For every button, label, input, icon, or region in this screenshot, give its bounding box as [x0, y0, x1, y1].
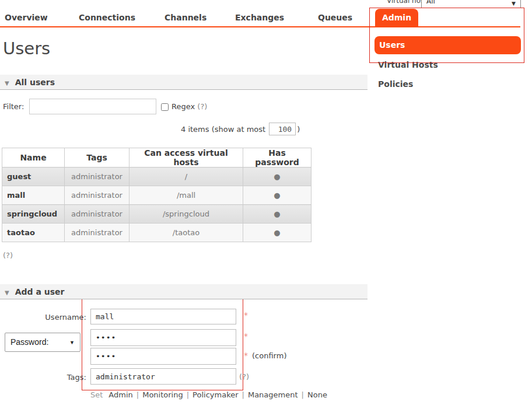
sidebar-item-virtual-hosts[interactable]: Virtual Hosts: [378, 60, 438, 69]
password-type-select[interactable]: Password: ▼: [5, 333, 80, 352]
tag-option-admin[interactable]: Admin: [108, 390, 132, 399]
tag-option-monitoring[interactable]: Monitoring: [142, 390, 183, 399]
user-name-link[interactable]: taotao: [2, 224, 65, 242]
filter-input[interactable]: [29, 99, 156, 114]
regex-label-wrap: Regex (?): [172, 102, 207, 111]
user-tags: administrator: [65, 205, 130, 224]
required-asterisk: *: [244, 331, 248, 341]
users-table: Name Tags Can access virtual hosts Has p…: [2, 148, 312, 242]
tag-shortcut-row: SetAdmin|Monitoring|Policymaker|Manageme…: [90, 390, 327, 399]
user-tags: administrator: [65, 224, 130, 242]
tags-help-link[interactable]: (?): [239, 372, 249, 381]
col-header-name: Name: [2, 148, 65, 167]
username-input[interactable]: [90, 309, 236, 324]
user-tags: administrator: [65, 186, 130, 205]
sidebar-item-users[interactable]: Users: [374, 36, 521, 54]
collapse-triangle-icon: ▼: [5, 80, 9, 86]
separator: |: [187, 390, 189, 399]
regex-checkbox[interactable]: [161, 103, 169, 111]
regex-label: Regex: [172, 102, 195, 111]
items-count-text: 4 items (show at most: [181, 125, 265, 134]
section-title: Add a user: [15, 287, 65, 296]
user-vhosts: /taotao: [130, 224, 243, 242]
table-row: taotao administrator /taotao ●: [2, 224, 312, 242]
set-label: Set: [90, 390, 103, 399]
tag-option-management[interactable]: Management: [248, 390, 298, 399]
section-header-all-users[interactable]: ▼All users: [0, 75, 368, 90]
user-vhosts: /: [130, 167, 243, 186]
items-count-row: 4 items (show at most ): [181, 122, 300, 136]
user-vhosts: /springcloud: [130, 205, 243, 224]
table-row: guest administrator / ●: [2, 167, 312, 186]
has-password-dot: ●: [243, 167, 312, 186]
virtual-host-select[interactable]: All ▼: [421, 0, 521, 8]
password-select-label: Password:: [10, 337, 48, 347]
user-vhosts: /mall: [130, 186, 243, 205]
tab-exchanges[interactable]: Exchanges: [235, 13, 284, 22]
password-confirm-input[interactable]: [90, 348, 236, 365]
required-asterisk: *: [244, 351, 248, 360]
user-tags: administrator: [65, 167, 130, 186]
tag-option-policymaker[interactable]: Policymaker: [192, 390, 238, 399]
tab-overview[interactable]: Overview: [5, 13, 48, 22]
chevron-down-icon: ▼: [69, 333, 75, 352]
section-header-add-user[interactable]: ▼Add a user: [0, 284, 368, 299]
page-title: Users: [3, 39, 50, 58]
col-header-has-password: Has password: [243, 148, 312, 167]
chevron-down-icon: ▼: [512, 0, 516, 10]
has-password-dot: ●: [243, 186, 312, 205]
tags-label: Tags:: [0, 373, 86, 382]
table-row: mall administrator /mall ●: [2, 186, 312, 205]
table-header-row: Name Tags Can access virtual hosts Has p…: [2, 148, 312, 167]
user-name-link[interactable]: mall: [2, 186, 65, 205]
username-label: Username:: [0, 313, 86, 322]
items-count-close: ): [297, 125, 300, 134]
required-asterisk: *: [244, 310, 248, 320]
table-help-link[interactable]: (?): [3, 251, 13, 260]
virtual-host-value: All: [426, 0, 435, 5]
tag-option-none[interactable]: None: [307, 390, 327, 399]
tags-input[interactable]: [90, 368, 236, 385]
has-password-dot: ●: [243, 205, 312, 224]
col-header-vhosts: Can access virtual hosts: [130, 148, 243, 167]
separator: |: [302, 390, 304, 399]
regex-help-link[interactable]: (?): [197, 102, 207, 111]
tab-connections[interactable]: Connections: [79, 13, 135, 22]
section-title: All users: [15, 78, 55, 87]
col-header-tags: Tags: [65, 148, 130, 167]
nav-underline: [0, 26, 520, 27]
separator: |: [136, 390, 139, 399]
user-name-link[interactable]: guest: [2, 167, 65, 186]
password-input[interactable]: [90, 329, 236, 346]
tab-queues[interactable]: Queues: [318, 13, 352, 22]
tab-channels[interactable]: Channels: [164, 13, 206, 22]
tab-admin[interactable]: Admin: [375, 9, 418, 27]
confirm-label: (confirm): [252, 351, 286, 360]
has-password-dot: ●: [243, 224, 312, 242]
show-at-most-input[interactable]: [269, 123, 296, 135]
separator: |: [242, 390, 244, 399]
collapse-triangle-icon: ▼: [5, 289, 9, 296]
user-name-link[interactable]: springcloud: [2, 205, 65, 224]
filter-label: Filter:: [3, 102, 24, 111]
sidebar-item-policies[interactable]: Policies: [378, 79, 413, 89]
table-row: springcloud administrator /springcloud ●: [2, 205, 312, 224]
